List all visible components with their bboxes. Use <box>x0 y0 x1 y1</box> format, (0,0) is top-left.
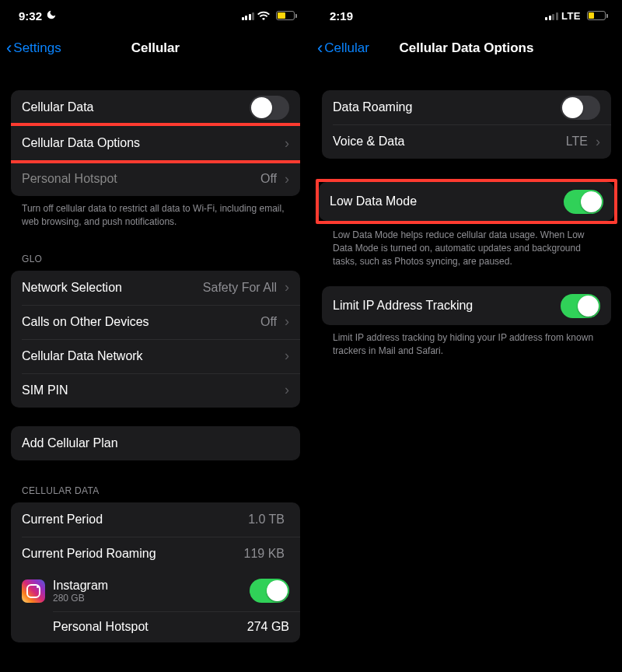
instagram-icon <box>22 579 45 603</box>
row-sim-pin[interactable]: SIM PIN › <box>11 373 300 408</box>
highlight-box: Cellular Data Options › <box>11 123 300 163</box>
current-period-value: 1.0 TB <box>248 513 285 527</box>
row-limit-ip[interactable]: Limit IP Address Tracking <box>322 286 611 325</box>
group-roaming-voice: Data Roaming Voice & Data LTE › <box>322 90 611 159</box>
back-label: Settings <box>13 40 61 56</box>
app-toggle[interactable] <box>250 579 289 603</box>
group-usage: Current Period 1.0 TB Current Period Roa… <box>11 502 300 642</box>
back-button[interactable]: ‹ Cellular <box>317 40 369 57</box>
chevron-right-icon: › <box>285 279 289 296</box>
highlight-box: Low Data Mode <box>316 179 617 224</box>
group-limit-ip: Limit IP Address Tracking <box>322 286 611 325</box>
row-network-selection[interactable]: Network Selection Safety For All › <box>11 271 300 305</box>
personal-hotspot-label: Personal Hotspot <box>22 172 260 186</box>
battery-icon <box>273 11 297 20</box>
add-plan-label: Add Cellular Plan <box>22 436 289 450</box>
sub-label: Personal Hotspot <box>53 620 247 634</box>
cellular-data-options-label: Cellular Data Options <box>22 136 281 150</box>
roaming-label: Current Period Roaming <box>22 547 244 561</box>
do-not-disturb-icon <box>46 9 57 23</box>
section-header-cellular-data: CELLULAR DATA <box>11 485 300 496</box>
network-label: LTE <box>561 10 581 22</box>
group-cellular: Cellular Data Cellular Data Options › Pe… <box>11 90 300 196</box>
chevron-right-icon: › <box>596 134 600 150</box>
chevron-right-icon: › <box>285 313 289 330</box>
chevron-left-icon: ‹ <box>317 40 323 57</box>
chevron-right-icon: › <box>285 171 289 187</box>
footer-text: Turn off cellular data to restrict all d… <box>11 196 300 229</box>
footer-limit-ip: Limit IP address tracking by hiding your… <box>322 325 611 358</box>
voice-data-label: Voice & Data <box>333 135 566 149</box>
group-low-data-mode: Low Data Mode <box>319 182 614 221</box>
low-data-mode-toggle[interactable] <box>564 190 603 214</box>
row-voice-data[interactable]: Voice & Data LTE › <box>322 124 611 159</box>
footer-low-data: Low Data Mode helps reduce cellular data… <box>322 222 611 268</box>
row-current-period[interactable]: Current Period 1.0 TB <box>11 502 300 537</box>
roaming-value: 119 KB <box>244 547 285 561</box>
row-cellular-data[interactable]: Cellular Data <box>11 90 300 124</box>
calls-other-label: Calls on Other Devices <box>22 315 260 329</box>
app-size: 280 GB <box>53 593 250 604</box>
limit-ip-label: Limit IP Address Tracking <box>333 299 561 313</box>
sim-pin-label: SIM PIN <box>22 383 281 397</box>
group-add-plan: Add Cellular Plan <box>11 426 300 460</box>
row-app-instagram[interactable]: Instagram 280 GB <box>11 571 300 611</box>
nav-bar: ‹ Cellular Cellular Data Options <box>311 31 622 65</box>
sub-value: 274 GB <box>247 620 289 634</box>
calls-other-value: Off <box>260 315 277 329</box>
chevron-right-icon: › <box>285 348 289 364</box>
chevron-right-icon: › <box>285 382 289 398</box>
personal-hotspot-value: Off <box>260 172 277 186</box>
signal-icon <box>545 12 558 20</box>
row-personal-hotspot[interactable]: Personal Hotspot Off › <box>11 162 300 196</box>
app-name: Instagram <box>53 579 250 593</box>
voice-data-value: LTE <box>566 135 588 149</box>
row-low-data-mode[interactable]: Low Data Mode <box>319 182 614 221</box>
row-app-sub-hotspot[interactable]: Personal Hotspot 274 GB <box>11 611 300 642</box>
cellular-data-toggle[interactable] <box>250 96 289 120</box>
clock: 2:19 <box>330 9 353 23</box>
chevron-left-icon: ‹ <box>6 40 12 57</box>
cdn-label: Cellular Data Network <box>22 349 281 363</box>
nav-bar: ‹ Settings Cellular <box>0 31 311 65</box>
signal-icon <box>242 12 255 20</box>
current-period-label: Current Period <box>22 513 248 527</box>
data-roaming-toggle[interactable] <box>561 96 600 120</box>
row-data-roaming[interactable]: Data Roaming <box>322 90 611 124</box>
back-label: Cellular <box>324 40 369 56</box>
row-cellular-data-options[interactable]: Cellular Data Options › <box>11 126 300 160</box>
limit-ip-toggle[interactable] <box>561 294 600 318</box>
network-selection-label: Network Selection <box>22 281 203 295</box>
row-add-cellular-plan[interactable]: Add Cellular Plan <box>11 426 300 460</box>
chevron-right-icon: › <box>285 135 289 152</box>
status-bar: 2:19 LTE <box>311 0 622 31</box>
row-calls-other-devices[interactable]: Calls on Other Devices Off › <box>11 305 300 339</box>
clock: 9:32 <box>19 9 42 23</box>
wifi-icon <box>257 9 270 23</box>
left-phone: 9:32 ‹ Settings Cellular Cellular Data <box>0 0 311 672</box>
row-current-period-roaming[interactable]: Current Period Roaming 119 KB <box>11 537 300 571</box>
right-phone: 2:19 LTE ‹ Cellular Cellular Data Option… <box>311 0 622 672</box>
group-glo: Network Selection Safety For All › Calls… <box>11 271 300 408</box>
back-button[interactable]: ‹ Settings <box>6 40 61 57</box>
status-bar: 9:32 <box>0 0 311 31</box>
data-roaming-label: Data Roaming <box>333 100 561 114</box>
section-header-glo: GLO <box>11 254 300 264</box>
network-selection-value: Safety For All <box>203 281 277 295</box>
battery-icon <box>584 11 608 20</box>
cellular-data-label: Cellular Data <box>22 100 250 114</box>
low-data-mode-label: Low Data Mode <box>330 194 564 208</box>
row-cellular-data-network[interactable]: Cellular Data Network › <box>11 339 300 373</box>
